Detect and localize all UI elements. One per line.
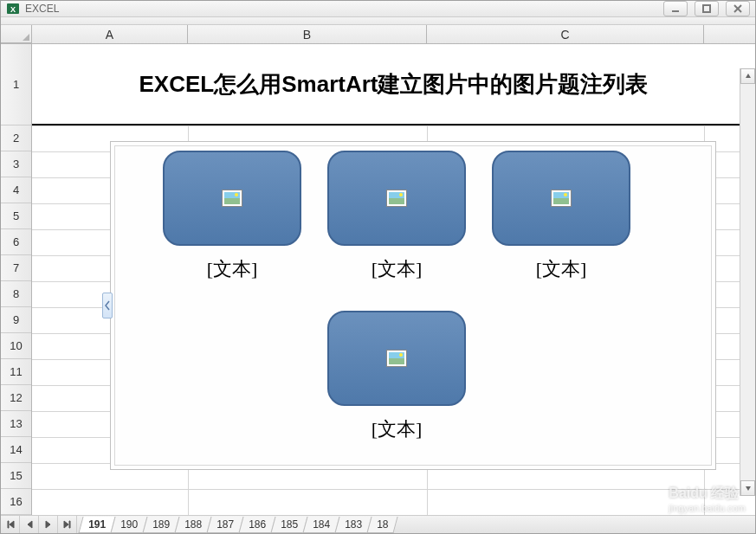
smartart-caption[interactable]: [文本] [327,416,466,442]
picture-placeholder-icon[interactable] [386,350,407,367]
row-header[interactable]: 12 [1,385,31,411]
svg-rect-3 [703,5,710,12]
row-header[interactable]: 11 [1,359,31,385]
picture-placeholder-icon[interactable] [551,190,572,207]
row-header[interactable]: 15 [1,463,31,489]
svg-marker-13 [69,521,70,528]
smartart-picture-shape[interactable] [327,151,466,246]
row-header[interactable]: 6 [1,229,31,255]
excel-icon: X [6,2,20,16]
smartart-items: [文本] [文本] [文本] [111,142,715,469]
row-header[interactable]: 2 [1,125,31,151]
svg-marker-10 [28,521,32,528]
merged-title-cell[interactable]: EXCEL怎么用SmartArt建立图片中的图片题注列表 [32,44,755,125]
column-header[interactable]: C [427,25,704,43]
watermark: Baidu 经验 jingyan.baidu.com [669,485,746,513]
maximize-button[interactable] [695,1,719,16]
quick-access-toolbar [1,17,755,25]
row-header[interactable]: 16 [1,489,31,515]
row-header[interactable]: 7 [1,255,31,281]
smartart-picture-shape[interactable] [163,151,301,246]
row-header[interactable]: 3 [1,151,31,177]
smartart-item[interactable]: [文本] [163,151,301,282]
vertical-scrollbar[interactable] [740,68,755,496]
row-header[interactable]: 13 [1,411,31,437]
picture-placeholder-icon[interactable] [386,190,407,207]
svg-marker-12 [64,521,68,528]
close-button[interactable] [726,1,750,16]
column-header[interactable]: A [32,25,188,43]
watermark-url: jingyan.baidu.com [669,503,746,513]
worksheet-area: A B C 1 2 3 4 5 6 7 8 9 10 11 12 13 14 1… [1,25,755,515]
last-sheet-button[interactable] [58,516,77,533]
column-headers: A B C [1,25,755,44]
svg-text:X: X [10,5,16,14]
watermark-brand: Baidu 经验 [669,485,746,503]
sheet-tab[interactable]: 18 [367,517,398,533]
row-header[interactable]: 4 [1,177,31,203]
svg-marker-6 [746,74,751,78]
cells-area[interactable]: EXCEL怎么用SmartArt建立图片中的图片题注列表 [文本] [32,44,755,515]
first-sheet-button[interactable] [1,516,20,533]
smartart-item[interactable]: [文本] [327,151,466,282]
minimize-button[interactable] [663,1,688,16]
row-headers: 1 2 3 4 5 6 7 8 9 10 11 12 13 14 15 16 [1,44,32,515]
smartart-item[interactable]: [文本] [492,151,630,282]
sheet-tabs: 191 190 189 188 187 186 185 184 183 18 [77,517,755,533]
svg-marker-8 [8,521,9,528]
svg-marker-9 [10,521,14,528]
next-sheet-button[interactable] [39,516,58,533]
row-header[interactable]: 9 [1,307,31,333]
smartart-item[interactable]: [文本] [327,311,466,442]
row-header[interactable]: 5 [1,203,31,229]
prev-sheet-button[interactable] [20,516,39,533]
row-header[interactable]: 1 [1,44,31,125]
smartart-caption[interactable]: [文本] [327,256,466,282]
status-bar: 191 190 189 188 187 186 185 184 183 18 [1,515,755,533]
window-controls [663,1,750,16]
sheet-nav-buttons [1,516,77,533]
smartart-caption[interactable]: [文本] [163,256,301,282]
row-header[interactable]: 14 [1,437,31,463]
smartart-caption[interactable]: [文本] [492,256,630,282]
svg-marker-11 [46,521,50,528]
svg-marker-7 [746,486,751,491]
titlebar: X EXCEL [1,1,755,17]
scroll-up-button[interactable] [740,68,755,84]
grid-body: 1 2 3 4 5 6 7 8 9 10 11 12 13 14 15 16 [1,44,755,515]
smartart-graphic[interactable]: [文本] [文本] [文本] [110,141,716,470]
column-header[interactable]: B [188,25,427,43]
app-window: X EXCEL A B C 1 2 3 4 5 6 7 8 [0,0,756,534]
smartart-picture-shape[interactable] [492,151,630,246]
picture-placeholder-icon[interactable] [222,190,242,207]
smartart-picture-shape[interactable] [327,311,466,406]
row-header[interactable]: 8 [1,281,31,307]
window-title: EXCEL [25,3,663,15]
row-header[interactable]: 10 [1,333,31,359]
select-all-corner[interactable] [1,25,32,43]
